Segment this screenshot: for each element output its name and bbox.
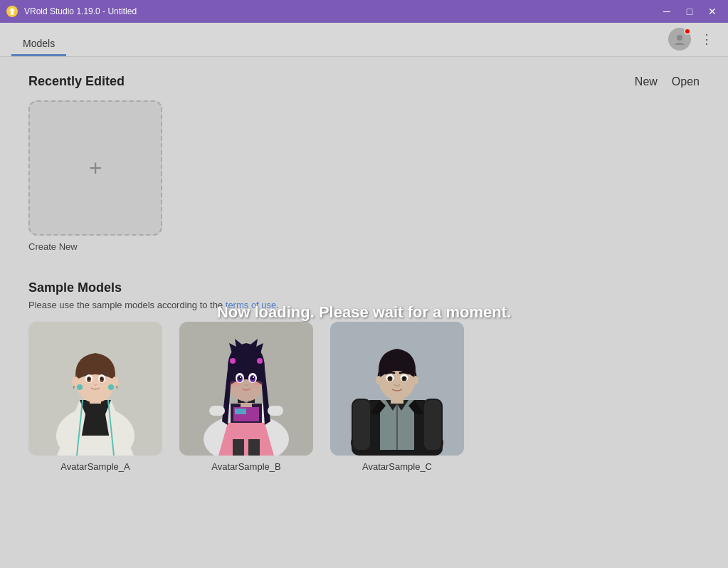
svg-point-18 [108,384,114,390]
model-cards: AvatarSample_A [28,322,700,472]
svg-point-1 [677,35,682,41]
terms-of-use-link[interactable]: terms of use [226,300,277,310]
model-card-c[interactable]: AvatarSample_C [330,322,464,472]
avatar-c-image [330,322,464,456]
more-icon: ⋮ [700,31,713,47]
minimize-button[interactable]: ─ [657,4,677,19]
svg-point-42 [253,381,263,386]
model-card-b[interactable]: AvatarSample_B [179,322,313,472]
top-nav: Models ⋮ [0,23,728,57]
svg-point-14 [100,377,103,380]
model-thumbnail-a [28,322,162,456]
svg-rect-43 [209,406,225,416]
title-bar: VRoid Studio 1.19.0 - Untitled ─ □ ✕ [0,0,728,23]
svg-point-40 [253,377,254,378]
svg-rect-53 [424,400,441,450]
model-label-b: AvatarSample_B [211,461,280,472]
create-new-card[interactable]: + [28,100,162,236]
svg-point-13 [88,377,90,380]
main-content: Recently Edited New Open + Create New No… [0,57,728,568]
svg-point-32 [257,358,263,364]
nav-right: ⋮ [668,28,717,56]
sample-models-title: Sample Models [28,280,700,295]
recently-edited-title: Recently Edited [28,74,125,89]
notification-dot [684,28,691,35]
recently-edited-actions: New Open [635,75,700,88]
model-label-a: AvatarSample_A [60,461,130,472]
plus-icon: + [89,155,102,182]
avatar-a-image [28,322,162,456]
create-new-label: Create New [28,241,78,252]
model-label-c: AvatarSample_C [362,461,432,472]
title-text: VRoid Studio 1.19.0 - Untitled [24,6,137,16]
title-bar-left: VRoid Studio 1.19.0 - Untitled [6,5,137,18]
svg-rect-24 [235,409,246,414]
svg-rect-26 [248,439,260,456]
tabs: Models [11,32,66,56]
new-button[interactable]: New [635,75,658,88]
sample-models-desc-after: . [276,300,279,310]
open-button[interactable]: Open [672,75,700,88]
close-button[interactable]: ✕ [702,4,722,19]
more-button[interactable]: ⋮ [697,29,717,49]
model-thumbnail-b [179,322,313,456]
svg-rect-52 [353,400,370,450]
svg-point-62 [376,376,381,384]
avatar-button[interactable] [668,28,691,51]
recently-edited-header: Recently Edited New Open [28,74,700,89]
svg-point-17 [77,384,83,390]
svg-point-39 [240,377,241,378]
svg-point-38 [251,377,255,380]
svg-point-61 [403,377,406,379]
maximize-button[interactable]: □ [680,4,700,19]
svg-point-60 [389,377,391,379]
app-icon [6,5,19,18]
model-thumbnail-c [330,322,464,456]
svg-rect-25 [233,439,244,456]
svg-point-41 [230,381,240,386]
model-card-a[interactable]: AvatarSample_A [28,322,162,472]
sample-models-desc-before: Please use the sample models according t… [28,300,226,310]
svg-point-37 [238,377,242,380]
tab-models[interactable]: Models [11,32,66,56]
svg-point-63 [413,376,418,384]
sample-models-description: Please use the sample models according t… [28,300,700,310]
title-bar-controls: ─ □ ✕ [657,4,722,19]
avatar-b-image [179,322,313,456]
sample-models-section: Sample Models Please use the sample mode… [28,280,700,472]
svg-rect-44 [268,406,283,416]
svg-point-31 [230,358,236,364]
